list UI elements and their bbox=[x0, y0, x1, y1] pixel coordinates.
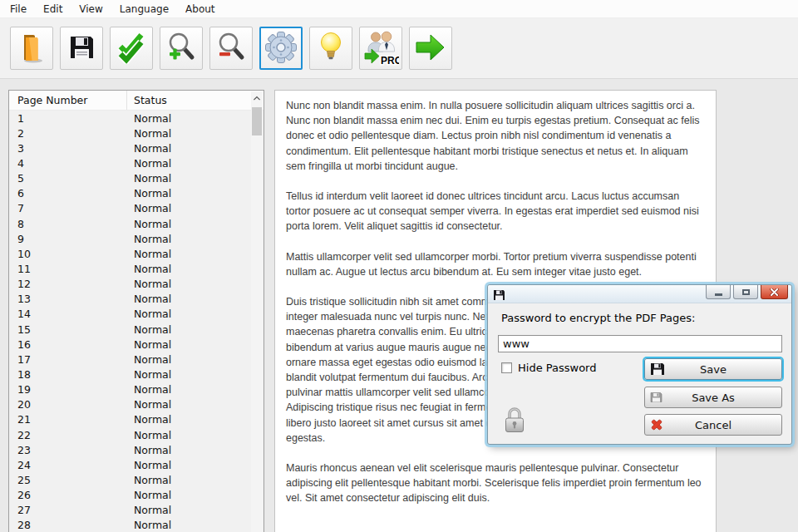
menu-item-view[interactable]: View bbox=[71, 1, 111, 17]
page-list-row[interactable]: 15 Normal bbox=[9, 322, 250, 337]
document-paragraph: Mattis ullamcorper velit sed ullamcorper… bbox=[286, 249, 702, 279]
menu-bar: File Edit View Language About bbox=[0, 0, 798, 18]
menu-item-file[interactable]: File bbox=[2, 1, 35, 17]
settings-button[interactable] bbox=[259, 27, 303, 70]
scrollbar-thumb[interactable] bbox=[252, 107, 262, 135]
status-cell: Normal bbox=[127, 353, 250, 366]
page-list-row[interactable]: 14 Normal bbox=[9, 307, 250, 322]
page-list-row[interactable]: 7 Normal bbox=[9, 201, 250, 216]
page-number-cell: 17 bbox=[9, 353, 127, 366]
page-list-row[interactable]: 9 Normal bbox=[9, 231, 250, 246]
page-list-row[interactable]: 19 Normal bbox=[9, 382, 250, 397]
page-list-row[interactable]: 12 Normal bbox=[9, 277, 250, 292]
hide-password-checkbox[interactable] bbox=[501, 362, 512, 373]
page-number-cell: 13 bbox=[9, 293, 127, 305]
minimize-button[interactable] bbox=[706, 285, 731, 299]
save-as-button[interactable]: Save As bbox=[644, 387, 782, 408]
status-cell: Normal bbox=[127, 413, 250, 426]
password-label: Password to encrypt the PDF Pages: bbox=[501, 312, 696, 324]
status-cell: Normal bbox=[127, 278, 250, 290]
save-button[interactable]: Save bbox=[644, 358, 782, 380]
page-number-cell: 28 bbox=[9, 519, 127, 531]
page-list-row[interactable]: 1 Normal bbox=[9, 111, 250, 126]
column-header-status[interactable]: Status bbox=[127, 94, 250, 106]
page-list-row[interactable]: 13 Normal bbox=[9, 292, 250, 307]
page-list-row[interactable]: 17 Normal bbox=[9, 352, 250, 367]
tips-button[interactable] bbox=[309, 27, 352, 70]
menu-item-language[interactable]: Language bbox=[111, 1, 177, 17]
open-button[interactable] bbox=[10, 27, 53, 70]
page-list-body: 1 Normal 2 Normal 3 Normal 4 Normal 5 No… bbox=[9, 111, 250, 532]
page-number-cell: 8 bbox=[9, 218, 127, 230]
folder-icon bbox=[15, 31, 48, 66]
page-number-cell: 15 bbox=[9, 323, 127, 336]
page-list-row[interactable]: 26 Normal bbox=[9, 488, 250, 503]
page-number-cell: 1 bbox=[9, 112, 127, 125]
magnifier-minus-icon bbox=[214, 31, 248, 66]
page-number-cell: 9 bbox=[9, 233, 127, 245]
cancel-button[interactable]: Cancel bbox=[644, 414, 782, 436]
page-number-cell: 14 bbox=[9, 308, 127, 320]
status-cell: Normal bbox=[127, 338, 250, 351]
document-paragraph: Nunc non blandit massa enim. In nulla po… bbox=[286, 98, 702, 174]
page-list-row[interactable]: 27 Normal bbox=[9, 503, 250, 518]
maximize-button[interactable] bbox=[733, 285, 758, 299]
page-list-row[interactable]: 5 Normal bbox=[9, 171, 250, 186]
zoom-in-button[interactable] bbox=[160, 27, 203, 70]
status-cell: Normal bbox=[127, 308, 250, 320]
lightbulb-icon bbox=[314, 31, 347, 66]
zoom-out-button[interactable] bbox=[209, 27, 253, 70]
page-list-row[interactable]: 8 Normal bbox=[9, 216, 250, 231]
page-number-cell: 2 bbox=[9, 127, 127, 140]
menu-item-edit[interactable]: Edit bbox=[35, 1, 71, 17]
save-button-label: Save bbox=[645, 363, 781, 376]
page-list-row[interactable]: 25 Normal bbox=[9, 472, 250, 487]
application-window: File Edit View Language About bbox=[0, 0, 798, 532]
pro-upgrade-button[interactable]: PRO bbox=[359, 27, 402, 70]
page-list-row[interactable]: 3 Normal bbox=[9, 140, 250, 155]
page-list-row[interactable]: 23 Normal bbox=[9, 442, 250, 457]
column-header-page-number[interactable]: Page Number bbox=[9, 91, 127, 110]
menu-item-about[interactable]: About bbox=[177, 1, 223, 17]
page-list-row[interactable]: 6 Normal bbox=[9, 186, 250, 201]
close-icon bbox=[770, 286, 779, 298]
status-cell: Normal bbox=[127, 187, 250, 200]
page-list-row[interactable]: 28 Normal bbox=[9, 518, 250, 532]
scroll-up-arrow-icon[interactable] bbox=[251, 91, 263, 105]
apply-button[interactable] bbox=[110, 27, 153, 70]
page-number-cell: 7 bbox=[9, 202, 127, 214]
page-list-row[interactable]: 2 Normal bbox=[9, 126, 250, 140]
page-list-row[interactable]: 22 Normal bbox=[9, 427, 250, 442]
status-cell: Normal bbox=[127, 112, 250, 125]
page-number-cell: 11 bbox=[9, 263, 127, 275]
next-button[interactable] bbox=[409, 27, 452, 70]
cancel-button-label: Cancel bbox=[645, 419, 781, 431]
status-cell: Normal bbox=[127, 202, 250, 214]
window-controls bbox=[706, 285, 788, 299]
dialog-title-bar[interactable] bbox=[488, 285, 791, 303]
page-list-scrollbar[interactable] bbox=[251, 91, 263, 532]
status-cell: Normal bbox=[127, 172, 250, 185]
page-list-row[interactable]: 10 Normal bbox=[9, 246, 250, 261]
gear-icon bbox=[264, 31, 298, 66]
page-list-row[interactable]: 24 Normal bbox=[9, 457, 250, 472]
hide-password-checkbox-row: Hide Password bbox=[501, 362, 597, 374]
close-button[interactable] bbox=[761, 285, 788, 299]
page-list-row[interactable]: 11 Normal bbox=[9, 261, 250, 276]
page-number-cell: 24 bbox=[9, 459, 127, 471]
status-cell: Normal bbox=[127, 519, 250, 531]
toolbar: PRO bbox=[0, 18, 798, 79]
save-button[interactable] bbox=[60, 27, 103, 70]
page-list-row[interactable]: 4 Normal bbox=[9, 155, 250, 170]
page-list-row[interactable]: 16 Normal bbox=[9, 337, 250, 352]
maximize-icon bbox=[742, 289, 750, 295]
page-list-row[interactable]: 21 Normal bbox=[9, 412, 250, 427]
page-number-cell: 5 bbox=[9, 172, 127, 185]
page-list-row[interactable]: 18 Normal bbox=[9, 367, 250, 382]
status-cell: Normal bbox=[127, 233, 250, 245]
status-cell: Normal bbox=[127, 504, 250, 516]
hide-password-label: Hide Password bbox=[518, 362, 597, 374]
status-cell: Normal bbox=[127, 127, 250, 140]
page-list-row[interactable]: 20 Normal bbox=[9, 397, 250, 412]
password-input[interactable] bbox=[498, 335, 782, 352]
